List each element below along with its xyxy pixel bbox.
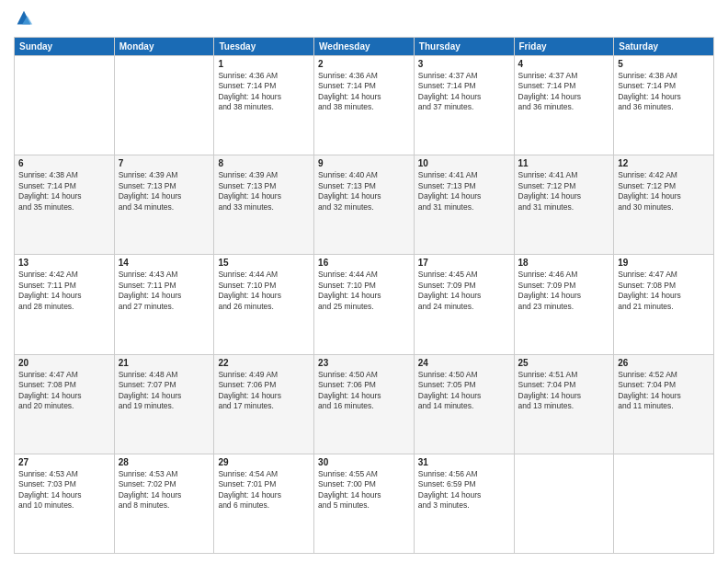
day-info: Sunrise: 4:50 AMSunset: 7:06 PMDaylight:… (318, 370, 410, 412)
day-info: Sunrise: 4:40 AMSunset: 7:13 PMDaylight:… (318, 170, 410, 213)
page: SundayMondayTuesdayWednesdayThursdayFrid… (0, 0, 728, 563)
calendar-cell: 13Sunrise: 4:42 AMSunset: 7:11 PMDayligh… (15, 255, 115, 354)
day-info: Sunrise: 4:47 AMSunset: 7:08 PMDaylight:… (18, 370, 110, 412)
calendar-cell: 30Sunrise: 4:55 AMSunset: 7:00 PMDayligh… (314, 454, 415, 553)
calendar-cell: 10Sunrise: 4:41 AMSunset: 7:13 PMDayligh… (414, 155, 514, 255)
calendar-cell: 12Sunrise: 4:42 AMSunset: 7:12 PMDayligh… (614, 155, 714, 255)
calendar-cell: 18Sunrise: 4:46 AMSunset: 7:09 PMDayligh… (514, 255, 614, 354)
calendar-cell: 24Sunrise: 4:50 AMSunset: 7:05 PMDayligh… (414, 354, 514, 454)
calendar-cell: 26Sunrise: 4:52 AMSunset: 7:04 PMDayligh… (614, 354, 714, 454)
day-info: Sunrise: 4:51 AMSunset: 7:04 PMDaylight:… (518, 370, 610, 412)
calendar-week-row: 13Sunrise: 4:42 AMSunset: 7:11 PMDayligh… (15, 255, 714, 354)
day-number: 12 (618, 158, 710, 168)
day-number: 29 (218, 457, 310, 467)
day-number: 5 (618, 59, 710, 69)
calendar-cell: 6Sunrise: 4:38 AMSunset: 7:14 PMDaylight… (15, 155, 115, 255)
day-info: Sunrise: 4:43 AMSunset: 7:11 PMDaylight:… (119, 270, 210, 312)
calendar-cell (15, 56, 115, 155)
calendar-cell: 20Sunrise: 4:47 AMSunset: 7:08 PMDayligh… (15, 354, 115, 454)
calendar-cell: 19Sunrise: 4:47 AMSunset: 7:08 PMDayligh… (614, 255, 714, 354)
calendar-cell: 5Sunrise: 4:38 AMSunset: 7:14 PMDaylight… (614, 56, 714, 155)
calendar-header-saturday: Saturday (614, 38, 714, 56)
day-number: 13 (18, 258, 110, 268)
calendar-cell: 15Sunrise: 4:44 AMSunset: 7:10 PMDayligh… (214, 255, 314, 354)
day-info: Sunrise: 4:54 AMSunset: 7:01 PMDaylight:… (218, 469, 310, 511)
calendar-cell: 23Sunrise: 4:50 AMSunset: 7:06 PMDayligh… (314, 354, 415, 454)
day-number: 28 (119, 457, 210, 467)
day-info: Sunrise: 4:53 AMSunset: 7:02 PMDaylight:… (119, 469, 210, 511)
day-info: Sunrise: 4:53 AMSunset: 7:03 PMDaylight:… (18, 469, 110, 511)
calendar-header-tuesday: Tuesday (214, 38, 314, 56)
day-info: Sunrise: 4:46 AMSunset: 7:09 PMDaylight:… (518, 270, 610, 312)
calendar-header-wednesday: Wednesday (314, 38, 415, 56)
logo-icon (14, 9, 34, 29)
day-info: Sunrise: 4:44 AMSunset: 7:10 PMDaylight:… (318, 270, 410, 312)
day-number: 2 (318, 59, 410, 69)
day-number: 1 (218, 59, 310, 69)
calendar-header-thursday: Thursday (414, 38, 514, 56)
day-info: Sunrise: 4:41 AMSunset: 7:12 PMDaylight:… (518, 170, 610, 213)
calendar-week-row: 27Sunrise: 4:53 AMSunset: 7:03 PMDayligh… (15, 454, 714, 553)
calendar-cell: 11Sunrise: 4:41 AMSunset: 7:12 PMDayligh… (514, 155, 614, 255)
calendar-cell: 14Sunrise: 4:43 AMSunset: 7:11 PMDayligh… (114, 255, 214, 354)
calendar-cell: 29Sunrise: 4:54 AMSunset: 7:01 PMDayligh… (214, 454, 314, 553)
calendar-body: 1Sunrise: 4:36 AMSunset: 7:14 PMDaylight… (15, 56, 714, 554)
calendar-cell: 21Sunrise: 4:48 AMSunset: 7:07 PMDayligh… (114, 354, 214, 454)
calendar-cell: 25Sunrise: 4:51 AMSunset: 7:04 PMDayligh… (514, 354, 614, 454)
calendar-cell: 3Sunrise: 4:37 AMSunset: 7:14 PMDaylight… (414, 56, 514, 155)
day-number: 30 (318, 457, 410, 467)
calendar-cell: 27Sunrise: 4:53 AMSunset: 7:03 PMDayligh… (15, 454, 115, 553)
day-number: 6 (18, 158, 110, 168)
calendar-cell: 4Sunrise: 4:37 AMSunset: 7:14 PMDaylight… (514, 56, 614, 155)
calendar-header-row: SundayMondayTuesdayWednesdayThursdayFrid… (15, 38, 714, 56)
calendar-week-row: 6Sunrise: 4:38 AMSunset: 7:14 PMDaylight… (15, 155, 714, 255)
day-number: 9 (318, 158, 410, 168)
day-info: Sunrise: 4:38 AMSunset: 7:14 PMDaylight:… (18, 170, 110, 213)
day-info: Sunrise: 4:39 AMSunset: 7:13 PMDaylight:… (218, 170, 310, 213)
day-number: 8 (218, 158, 310, 168)
calendar-cell: 7Sunrise: 4:39 AMSunset: 7:13 PMDaylight… (114, 155, 214, 255)
day-number: 4 (518, 59, 610, 69)
calendar-week-row: 1Sunrise: 4:36 AMSunset: 7:14 PMDaylight… (15, 56, 714, 155)
day-info: Sunrise: 4:47 AMSunset: 7:08 PMDaylight:… (618, 270, 710, 312)
day-info: Sunrise: 4:37 AMSunset: 7:14 PMDaylight:… (518, 71, 610, 113)
day-info: Sunrise: 4:37 AMSunset: 7:14 PMDaylight:… (418, 71, 510, 113)
calendar-cell: 22Sunrise: 4:49 AMSunset: 7:06 PMDayligh… (214, 354, 314, 454)
calendar-header-monday: Monday (114, 38, 214, 56)
day-number: 19 (618, 258, 710, 268)
day-number: 3 (418, 59, 510, 69)
calendar-cell: 31Sunrise: 4:56 AMSunset: 6:59 PMDayligh… (414, 454, 514, 553)
day-number: 23 (318, 358, 410, 368)
calendar-header-friday: Friday (514, 38, 614, 56)
day-number: 14 (119, 258, 210, 268)
day-info: Sunrise: 4:38 AMSunset: 7:14 PMDaylight:… (618, 71, 710, 113)
calendar-cell (114, 56, 214, 155)
day-info: Sunrise: 4:48 AMSunset: 7:07 PMDaylight:… (119, 370, 210, 412)
day-info: Sunrise: 4:45 AMSunset: 7:09 PMDaylight:… (418, 270, 510, 312)
day-number: 26 (618, 358, 710, 368)
day-number: 15 (218, 258, 310, 268)
day-number: 20 (18, 358, 110, 368)
logo (14, 9, 38, 29)
day-number: 18 (518, 258, 610, 268)
calendar-header-sunday: Sunday (15, 38, 115, 56)
day-number: 7 (119, 158, 210, 168)
day-info: Sunrise: 4:44 AMSunset: 7:10 PMDaylight:… (218, 270, 310, 312)
day-info: Sunrise: 4:39 AMSunset: 7:13 PMDaylight:… (119, 170, 210, 213)
day-info: Sunrise: 4:52 AMSunset: 7:04 PMDaylight:… (618, 370, 710, 412)
calendar-cell: 28Sunrise: 4:53 AMSunset: 7:02 PMDayligh… (114, 454, 214, 553)
header (14, 9, 714, 29)
calendar-cell: 9Sunrise: 4:40 AMSunset: 7:13 PMDaylight… (314, 155, 415, 255)
calendar-cell: 16Sunrise: 4:44 AMSunset: 7:10 PMDayligh… (314, 255, 415, 354)
day-info: Sunrise: 4:41 AMSunset: 7:13 PMDaylight:… (418, 170, 510, 213)
calendar-table: SundayMondayTuesdayWednesdayThursdayFrid… (14, 37, 714, 554)
day-number: 31 (418, 457, 510, 467)
day-info: Sunrise: 4:36 AMSunset: 7:14 PMDaylight:… (318, 71, 410, 113)
calendar-week-row: 20Sunrise: 4:47 AMSunset: 7:08 PMDayligh… (15, 354, 714, 454)
day-number: 17 (418, 258, 510, 268)
day-number: 21 (119, 358, 210, 368)
calendar-cell: 8Sunrise: 4:39 AMSunset: 7:13 PMDaylight… (214, 155, 314, 255)
calendar-cell (514, 454, 614, 553)
calendar-cell: 17Sunrise: 4:45 AMSunset: 7:09 PMDayligh… (414, 255, 514, 354)
day-info: Sunrise: 4:36 AMSunset: 7:14 PMDaylight:… (218, 71, 310, 113)
